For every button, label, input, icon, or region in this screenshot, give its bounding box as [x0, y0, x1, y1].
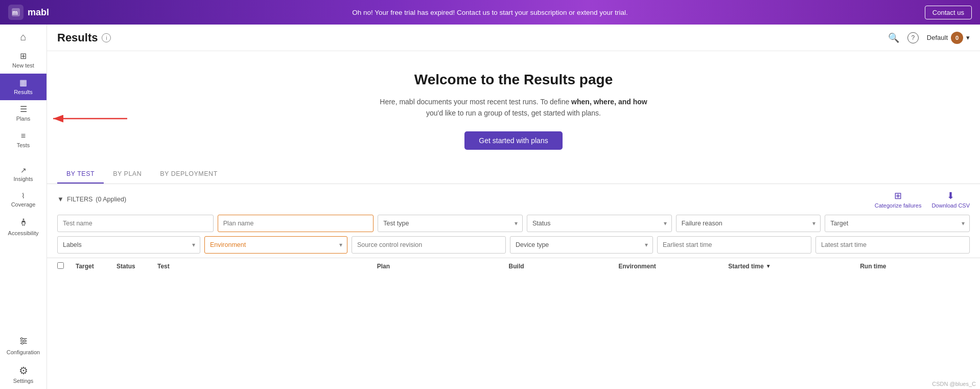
- tab-by-test[interactable]: BY TEST: [57, 165, 104, 184]
- get-started-plans-button[interactable]: Get started with plans: [464, 131, 562, 150]
- watermark: CSDN @blues_C: [932, 381, 976, 387]
- failure-reason-select-wrap: Failure reason: [676, 215, 821, 232]
- filters-right: ⊞ Categorize failures ⬇ Download CSV: [875, 190, 970, 209]
- th-checkbox: [57, 262, 76, 270]
- th-started-time[interactable]: Started time ▼: [728, 263, 860, 270]
- mabl-logo-svg: m: [11, 7, 21, 17]
- th-test: Test: [157, 263, 377, 270]
- filters-left: ▼ FILTERS (0 Applied): [57, 195, 126, 203]
- plans-icon: ☰: [20, 105, 27, 113]
- svg-text:m: m: [12, 9, 18, 16]
- filters-bar: ▼ FILTERS (0 Applied) ⊞ Categorize failu…: [47, 184, 980, 215]
- help-button[interactable]: ?: [907, 32, 919, 43]
- svg-point-9: [24, 340, 26, 342]
- sidebar-bottom: Configuration ⚙ Settings: [0, 331, 46, 389]
- page-title-area: Results i: [57, 31, 888, 44]
- insights-icon: ↗: [20, 167, 27, 174]
- th-runtime: Run time: [860, 263, 970, 270]
- status-select-wrap: Status: [527, 215, 672, 232]
- test-type-select-wrap: Test type: [378, 215, 523, 232]
- contact-us-button[interactable]: Contact us: [925, 6, 972, 19]
- filter-icon: ▼: [57, 195, 64, 203]
- sidebar-item-results[interactable]: ▦ Results: [0, 74, 46, 100]
- main-content: Results i 🔍 ? Default 0 ▾ Welcome to the…: [47, 25, 980, 389]
- logo-icon: m: [8, 5, 24, 20]
- download-csv-button[interactable]: ⬇ Download CSV: [931, 190, 970, 209]
- coverage-icon: ⌇: [21, 192, 25, 199]
- environment-select-wrap: Environment: [204, 236, 347, 254]
- sidebar-item-label-new-test: New test: [12, 62, 34, 68]
- trial-banner: m mabl Oh no! Your free trial has expire…: [0, 0, 980, 25]
- th-build: Build: [509, 263, 619, 270]
- sidebar-item-tests[interactable]: ≡ Tests: [0, 127, 46, 153]
- settings-icon: ⚙: [19, 365, 28, 376]
- select-all-checkbox[interactable]: [57, 262, 64, 269]
- sidebar-item-settings[interactable]: ⚙ Settings: [0, 360, 46, 389]
- user-chevron-icon: ▾: [966, 34, 970, 41]
- banner-message: Oh no! Your free trial has expired! Cont…: [352, 9, 628, 16]
- environment-select[interactable]: Environment: [204, 236, 347, 254]
- sidebar-item-configuration[interactable]: Configuration: [0, 331, 46, 360]
- device-type-select-wrap: Device type: [510, 236, 653, 254]
- categorize-icon: ⊞: [894, 190, 902, 201]
- sidebar-item-coverage[interactable]: ⌇ Coverage: [0, 187, 46, 213]
- sidebar-item-label-settings: Settings: [13, 378, 34, 384]
- sidebar: ⌂ ⊞ New test ▦ Results ☰ Plans ≡ Tests ↗…: [0, 25, 47, 389]
- th-plan: Plan: [377, 263, 509, 270]
- th-status: Status: [116, 263, 157, 270]
- sidebar-item-label-tests: Tests: [17, 142, 30, 148]
- latest-start-input[interactable]: [815, 236, 970, 254]
- sidebar-item-label-plans: Plans: [16, 116, 31, 122]
- source-control-input[interactable]: [352, 236, 506, 254]
- content-area: Welcome to the Results page Here, mabl d…: [47, 51, 980, 389]
- th-environment: Environment: [618, 263, 728, 270]
- earliest-start-input[interactable]: [657, 236, 811, 254]
- user-avatar: 0: [951, 32, 963, 44]
- categorize-failures-button[interactable]: ⊞ Categorize failures: [875, 190, 922, 209]
- svg-point-8: [20, 338, 22, 340]
- new-test-icon: ⊞: [20, 52, 27, 60]
- configuration-icon: [19, 336, 28, 347]
- page-title: Results: [57, 31, 98, 44]
- target-select[interactable]: Target: [825, 215, 970, 232]
- search-button[interactable]: 🔍: [888, 32, 899, 43]
- download-icon: ⬇: [947, 190, 954, 201]
- plan-name-input[interactable]: [218, 215, 374, 232]
- sidebar-item-label-configuration: Configuration: [7, 349, 40, 355]
- filter-row-2: Labels Environment Device type: [57, 236, 970, 254]
- status-select[interactable]: Status: [527, 215, 672, 232]
- results-icon: ▦: [19, 79, 27, 87]
- sidebar-item-label-accessibility: Accessibility: [8, 230, 39, 236]
- user-label: Default: [927, 34, 948, 41]
- failure-reason-select[interactable]: Failure reason: [676, 215, 821, 232]
- home-icon: ⌂: [20, 32, 26, 42]
- test-type-select[interactable]: Test type: [378, 215, 523, 232]
- tabs-section: BY TEST BY PLAN BY DEPLOYMENT: [47, 165, 980, 184]
- topbar-right: 🔍 ? Default 0 ▾: [888, 32, 970, 44]
- info-icon[interactable]: i: [102, 33, 111, 42]
- test-name-input[interactable]: [57, 215, 214, 232]
- filter-inputs: Test type Status Failure reason: [47, 215, 980, 258]
- accessibility-icon: [19, 218, 28, 228]
- svg-point-4: [22, 219, 24, 220]
- sidebar-item-label-results: Results: [14, 89, 33, 95]
- table-header: Target Status Test Plan Build Environmen…: [47, 258, 980, 274]
- welcome-section: Welcome to the Results page Here, mabl d…: [47, 51, 980, 165]
- sidebar-item-new-test[interactable]: ⊞ New test: [0, 47, 46, 74]
- labels-select[interactable]: Labels: [57, 236, 200, 254]
- topbar: Results i 🔍 ? Default 0 ▾: [47, 25, 980, 51]
- device-type-select[interactable]: Device type: [510, 236, 653, 254]
- sidebar-item-plans[interactable]: ☰ Plans: [0, 100, 46, 127]
- sidebar-item-accessibility[interactable]: Accessibility: [0, 213, 46, 241]
- logo-area: m mabl: [0, 0, 49, 25]
- sidebar-item-label-insights: Insights: [14, 176, 33, 182]
- welcome-title: Welcome to the Results page: [414, 72, 613, 88]
- sort-icon: ▼: [766, 263, 771, 269]
- tab-by-deployment[interactable]: BY DEPLOYMENT: [151, 165, 227, 184]
- svg-point-10: [21, 342, 23, 345]
- tab-by-plan[interactable]: BY PLAN: [104, 165, 151, 184]
- sidebar-item-home[interactable]: ⌂: [0, 27, 46, 47]
- sidebar-item-insights[interactable]: ↗ Insights: [0, 162, 46, 187]
- user-menu[interactable]: Default 0 ▾: [927, 32, 970, 44]
- filters-label: FILTERS: [67, 196, 92, 203]
